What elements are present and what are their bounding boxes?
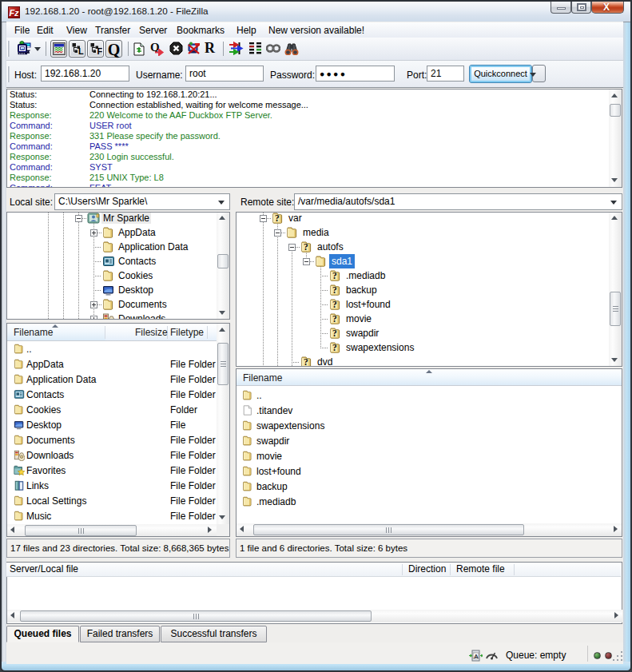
svg-text:F: F <box>97 46 102 55</box>
svg-text:L: L <box>78 46 84 55</box>
svg-text:A: A <box>474 653 479 660</box>
